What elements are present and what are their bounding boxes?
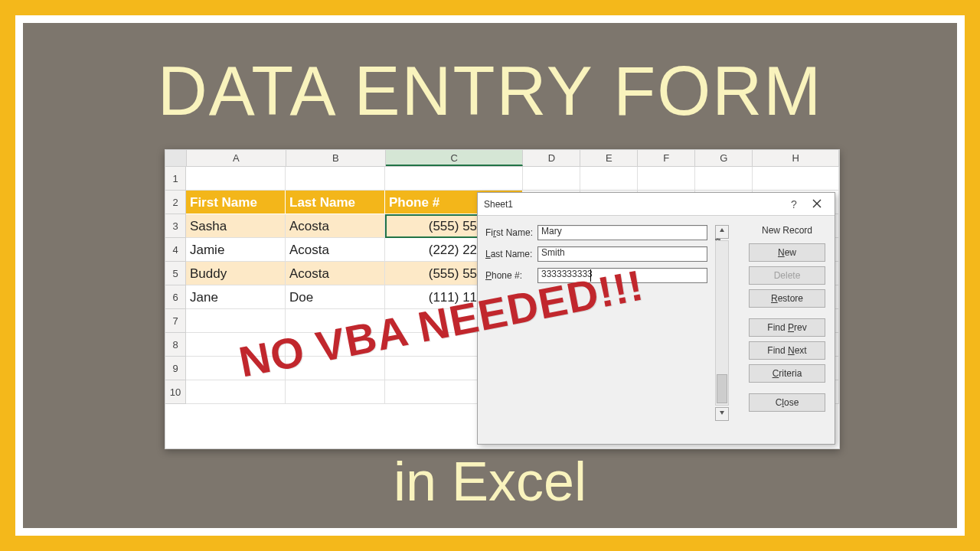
criteria-button[interactable]: Criteria (749, 364, 825, 383)
row-header-1[interactable]: 1 (165, 167, 186, 191)
delete-button[interactable]: Delete (749, 266, 825, 285)
column-header-g[interactable]: G (695, 150, 753, 166)
scroll-thumb[interactable] (717, 374, 727, 403)
find-next-button[interactable]: Find Next (749, 341, 825, 360)
cell[interactable] (286, 380, 385, 404)
row-header-9[interactable]: 9 (165, 357, 186, 380)
scroll-track[interactable] (715, 240, 729, 406)
button-column: New Record NewDeleteRestoreFind PrevFind… (749, 225, 825, 416)
row-header-10[interactable]: 10 (165, 380, 186, 404)
row-header-7[interactable]: 7 (165, 309, 186, 333)
cell[interactable]: Acosta (286, 238, 385, 262)
find-prev-button[interactable]: Find Prev (749, 318, 825, 337)
dialog-title: Sheet1 (484, 199, 782, 210)
column-header-f[interactable]: F (638, 150, 695, 166)
scroll-up-icon[interactable] (715, 225, 729, 239)
dialog-titlebar[interactable]: Sheet1 ? (478, 193, 835, 216)
field-label: Phone #: (485, 270, 537, 281)
row-header-3[interactable]: 3 (165, 214, 186, 238)
column-header-e[interactable]: E (580, 150, 638, 166)
column-header-h[interactable]: H (753, 150, 839, 166)
cell[interactable] (638, 167, 695, 191)
row-header-4[interactable]: 4 (165, 238, 186, 262)
cell[interactable]: Acosta (286, 214, 385, 238)
field-row-first: First Name:Mary (485, 225, 707, 240)
svg-marker-3 (720, 411, 724, 415)
column-header-d[interactable]: D (523, 150, 580, 166)
cell[interactable] (385, 167, 523, 191)
help-icon[interactable]: ? (782, 198, 805, 210)
cell[interactable] (186, 167, 286, 191)
select-all-corner[interactable] (165, 150, 187, 166)
cell[interactable] (580, 167, 638, 191)
row-header-5[interactable]: 5 (165, 262, 186, 285)
grid-row (186, 167, 839, 191)
cell[interactable]: Acosta (286, 262, 385, 285)
close-button[interactable]: Close (749, 393, 825, 412)
row-header-6[interactable]: 6 (165, 285, 186, 309)
cell[interactable]: Buddy (186, 262, 286, 285)
cell[interactable] (186, 309, 286, 333)
restore-button[interactable]: Restore (749, 289, 825, 308)
record-scrollbar[interactable] (715, 225, 729, 432)
cell[interactable]: First Name (186, 191, 286, 214)
last-input[interactable]: Smith (537, 246, 707, 262)
cell[interactable] (753, 167, 839, 191)
row-header-2[interactable]: 2 (165, 191, 186, 214)
cell[interactable]: Sasha (186, 214, 286, 238)
first-input[interactable]: Mary (537, 225, 707, 240)
inner-frame: DATA ENTRY FORM ABCDEFGH 12345678910 Fir… (23, 23, 957, 528)
row-header-8[interactable]: 8 (165, 333, 186, 357)
field-label: Last Name: (485, 249, 537, 259)
cell[interactable]: Last Name (286, 191, 385, 214)
svg-marker-2 (720, 228, 724, 232)
page-subtitle: in Excel (23, 450, 957, 513)
column-header-a[interactable]: A (187, 150, 286, 166)
record-status: New Record (749, 225, 825, 236)
field-row-last: Last Name:Smith (485, 246, 707, 262)
field-label: First Name: (485, 227, 537, 238)
column-header-c[interactable]: C (386, 150, 524, 166)
new-button[interactable]: New (749, 243, 825, 262)
cell[interactable] (286, 167, 385, 191)
cell[interactable] (695, 167, 753, 191)
column-header-b[interactable]: B (286, 150, 386, 166)
close-icon[interactable] (805, 198, 828, 210)
cell[interactable]: Jane (186, 285, 286, 309)
cell[interactable]: Doe (286, 285, 385, 309)
scroll-down-icon[interactable] (715, 407, 729, 421)
cell[interactable]: Jamie (186, 238, 286, 262)
outer-frame: DATA ENTRY FORM ABCDEFGH 12345678910 Fir… (15, 15, 965, 536)
column-headers: ABCDEFGH (165, 150, 839, 167)
cell[interactable] (186, 380, 286, 404)
page-title: DATA ENTRY FORM (23, 52, 957, 131)
row-headers: 12345678910 (165, 167, 186, 404)
cell[interactable] (523, 167, 580, 191)
